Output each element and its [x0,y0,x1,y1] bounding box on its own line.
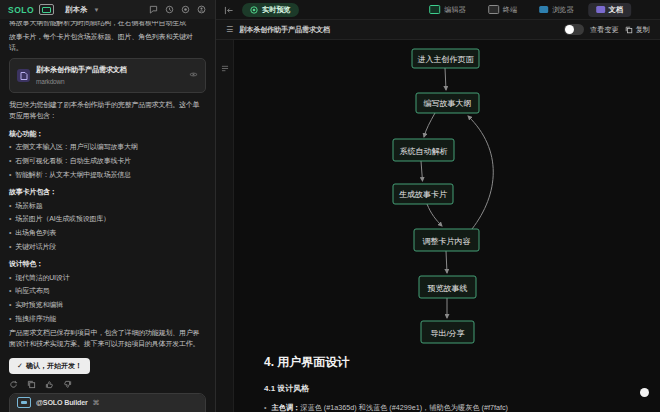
list-item: 拖拽排序功能 [9,313,206,324]
copy-icon[interactable] [27,380,36,389]
document-content: 进入主创作页面 编写故事大纲 系统自动解析 生成故事卡片 [234,40,660,412]
document-body[interactable]: 进入主创作页面 编写故事大纲 系统自动解析 生成故事卡片 [216,40,660,412]
check-icon: ✓ [17,362,23,370]
list-item: 场景图片（AI生成或预设图库） [9,213,206,224]
tab-browser[interactable]: 浏览器 [531,3,582,17]
chat-input-header: @SOLO Builder ⌘ [10,394,205,412]
confirm-start-button[interactable]: ✓ 确认，开始开发！ [9,358,90,374]
doc-subheading: 4.1 设计风格 [264,383,640,394]
chevron-down-icon[interactable]: ▼ [94,7,100,13]
section-heading-core: 核心功能： [9,128,206,139]
file-card-title: 剧本杀创作助手产品需求文档 [36,65,127,74]
flow-node-label: 调整卡片内容 [423,237,471,246]
doc-heading: 4. 用户界面设计 [264,354,640,371]
list-item: 关键对话片段 [9,241,206,252]
view-changes-button[interactable]: 查看变更 [590,25,619,35]
chat-messages[interactable]: 将故事大纲智能解析为时间轴结构，在右侧看板中自动生成 故事卡片，每个卡片包含场景… [0,19,215,412]
view-tabs: 编辑器 终端 浏览器 文档 [421,3,631,17]
terminal-icon [488,5,499,14]
solo-badge-icon [39,4,54,15]
assistant-summary: 我已经为您创建了剧本杀创作助手的完整产品需求文档。这个单页应用将包含： [9,99,206,121]
message-line: 故事卡片，每个卡片包含场景标题、图片、角色列表和关键对话。 [9,31,206,53]
thumbs-up-icon[interactable] [45,380,54,389]
list-item: 实时预览和编辑 [9,299,206,310]
builder-label: @SOLO Builder [36,397,88,409]
app-window: SOLO 剧本杀 ▼ 将故事大纲智能解析为时间轴结构，在右侧看板中自动生成 故事… [0,0,660,412]
assistant-closing: 产品需求文档已保存到项目中，包含了详细的功能规划、用户界面设计和技术实现方案。接… [9,327,206,349]
browser-icon [539,6,548,13]
document-header: ☰ 剧本杀创作助手产品需求文档 查看变更 复制 [216,19,660,40]
tab-docs[interactable]: 文档 [588,3,631,17]
clipped-message-line: 将故事大纲智能解析为时间轴结构，在右侧看板中自动生成 [9,21,206,28]
builder-icon [17,397,31,408]
flow-node: 生成故事卡片 [393,184,453,204]
flow-node-label: 进入主创作页面 [418,55,475,64]
profile-icon[interactable] [196,4,207,15]
tab-editor[interactable]: 编辑器 [421,3,474,17]
new-chat-icon[interactable] [148,4,159,15]
settings-icon[interactable] [180,4,191,15]
doc-bullet-text: 深蓝色 (#1a365d) 和浅蓝色 (#4299e1)，辅助色为暖灰色 (#f… [300,403,508,412]
doc-bullet-label: 主色调： [272,403,301,412]
project-name[interactable]: 剧本杀 [65,5,88,15]
flow-node-label: 导出/分享 [430,329,464,338]
flow-node: 导出/分享 [421,321,474,343]
list-item: 右侧可视化看板：自动生成故事线卡片 [9,155,206,166]
outline-menu-icon[interactable]: ☰ [226,25,233,34]
left-topbar: SOLO 剧本杀 ▼ [0,0,215,19]
live-preview-label: 实时预览 [262,5,291,15]
list-item: 现代简洁的UI设计 [9,272,206,283]
flow-node-label: 系统自动解析 [400,147,448,156]
docs-icon [596,6,605,13]
live-dot-icon [250,6,258,14]
flow-node-label: 预览故事线 [428,284,468,293]
chat-input-box[interactable]: @SOLO Builder ⌘ 您正在与 SOLO Builder 聊天 @ #… [9,393,206,412]
doc-bullet: 主色调：深蓝色 (#1a365d) 和浅蓝色 (#4299e1)，辅助色为暖灰色… [264,403,640,412]
section-heading-cards: 故事卡片包含： [9,186,206,197]
collapse-panel-icon[interactable] [224,1,234,19]
eye-icon[interactable] [189,70,198,81]
confirm-button-label: 确认，开始开发！ [26,361,82,371]
chat-panel: SOLO 剧本杀 ▼ 将故事大纲智能解析为时间轴结构，在右侧看板中自动生成 故事… [0,0,216,412]
right-topbar: 实时预览 编辑器 终端 浏览器 文档 [216,0,660,19]
user-flowchart: 进入主创作页面 编写故事大纲 系统自动解析 生成故事卡片 [331,42,631,354]
document-title: 剧本杀创作助手产品需求文档 [239,25,330,35]
list-item: 左侧文本输入区：用户可以编写故事大纲 [9,141,206,152]
file-card-format: markdown [36,78,64,85]
flow-node-label: 生成故事卡片 [399,190,447,199]
doc-section-ui-design: 4. 用户界面设计 4.1 设计风格 主色调：深蓝色 (#1a365d) 和浅蓝… [264,354,640,412]
document-file-card[interactable]: 剧本杀创作助手产品需求文档 markdown [9,58,206,93]
list-item: 出场角色列表 [9,227,206,238]
flow-node: 系统自动解析 [393,139,454,161]
copy-doc-icon [625,26,633,34]
flow-node: 编写故事大纲 [416,93,479,113]
list-item: 智能解析：从文本大纲中提取场景信息 [9,169,206,180]
command-icon: ⌘ [93,397,100,408]
changes-toggle[interactable] [564,24,584,35]
flow-node-label: 编写故事大纲 [424,99,472,108]
flow-node: 进入主创作页面 [412,49,479,68]
markdown-file-icon [17,69,30,82]
solo-logo: SOLO [8,5,34,15]
copy-doc-button[interactable]: 复制 [625,25,650,35]
outline-list-icon[interactable] [221,58,229,412]
thumbs-down-icon[interactable] [63,380,72,389]
live-preview-pill[interactable]: 实时预览 [242,3,299,17]
tab-terminal[interactable]: 终端 [480,3,525,17]
flow-node: 调整卡片内容 [414,229,479,251]
outline-strip [216,40,234,412]
editor-icon [429,5,440,14]
flow-node: 预览故事线 [419,276,476,298]
regenerate-icon[interactable] [9,380,18,389]
section-heading-design: 设计特色： [9,258,206,269]
preview-panel: 实时预览 编辑器 终端 浏览器 文档 [216,0,660,412]
history-icon[interactable] [164,4,175,15]
feedback-row [9,380,206,389]
list-item: 场景标题 [9,200,206,211]
list-item: 响应式布局 [9,285,206,296]
scroll-dot-button[interactable] [640,388,649,397]
